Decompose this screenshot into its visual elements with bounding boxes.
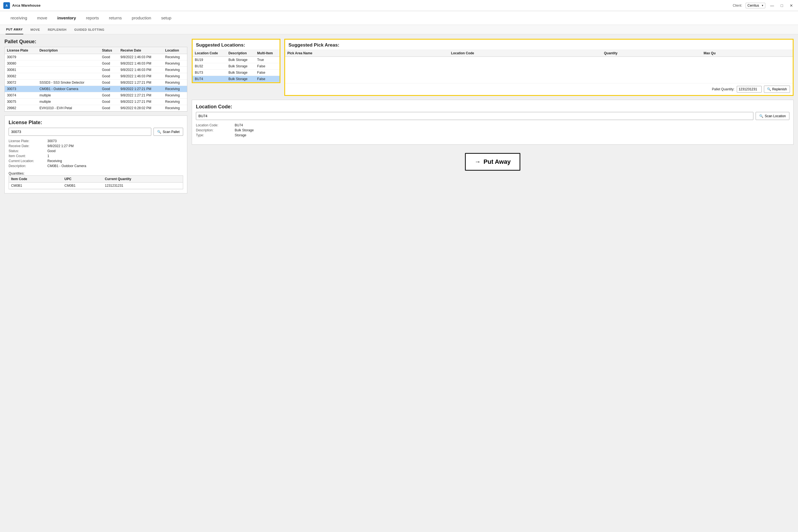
client-select-wrapper[interactable]: Cerritus Other — [746, 3, 765, 8]
table-cell: Good — [100, 86, 118, 92]
lp-detail-status-label: Status: — [8, 149, 48, 153]
table-cell: CM0B1 — [9, 183, 62, 189]
subnav-replenish[interactable]: REPLENISH — [47, 25, 67, 34]
table-cell — [37, 54, 100, 60]
license-plate-title: License Plate: — [8, 120, 183, 126]
location-code-details: Location Code: BU74 Description: Bulk St… — [196, 123, 790, 137]
pallet-qty-input[interactable] — [737, 86, 762, 93]
titlebar: A Arca Warehouse Client: Cerritus Other … — [0, 0, 798, 11]
nav-setup[interactable]: setup — [156, 11, 176, 25]
table-cell: 30081 — [5, 67, 37, 73]
sloc-col-desc: Description — [226, 50, 255, 57]
loc-detail-type-value: Storage — [235, 133, 790, 137]
quantities-header-row: Item Code UPC Current Quantity — [9, 176, 183, 183]
subnav-put-away[interactable]: PUT AWAY — [5, 25, 23, 34]
table-cell: Good — [100, 99, 118, 105]
nav-reports[interactable]: reports — [81, 11, 104, 25]
app-title: Arca Warehouse — [12, 3, 40, 7]
table-row[interactable]: 30082Good9/8/2022 1:46:03 PMReceiving — [5, 73, 187, 79]
quantities-section: Quantities: Item Code UPC Current Quanti… — [8, 171, 183, 189]
put-away-arrow: → — [475, 158, 481, 166]
scan-pallet-button[interactable]: 🔍 Scan Pallet — [153, 128, 183, 136]
maximize-button[interactable]: □ — [779, 3, 785, 8]
spa-col-maxqty: Max Qu — [701, 50, 793, 57]
table-row[interactable]: 29982EVH1010 - EVH PetalGood9/6/2022 6:2… — [5, 105, 187, 111]
quantities-scroll[interactable]: Item Code UPC Current Quantity CM0B1CM0B… — [9, 176, 183, 189]
lp-detail-status-value: Good — [48, 149, 183, 153]
suggested-pick-areas-title: Suggested Pick Areas: — [285, 40, 793, 50]
table-cell: CM0B1 - Outdoor Camera — [37, 86, 100, 92]
spa-col-qty: Quantity — [602, 50, 701, 57]
list-item[interactable]: BU19Bulk StorageTrue — [193, 57, 280, 63]
list-item[interactable]: BU73Bulk StorageFalse — [193, 70, 280, 76]
right-top: Suggested Locations: Location Code Descr… — [192, 39, 794, 96]
subnav-guided-slotting[interactable]: GUIDED SLOTTING — [74, 25, 105, 34]
table-cell: Good — [100, 54, 118, 60]
close-button[interactable]: ✕ — [788, 3, 795, 8]
table-row[interactable]: 30081Good9/8/2022 1:46:03 PMReceiving — [5, 67, 187, 73]
put-away-label: Put Away — [483, 158, 511, 166]
license-plate-input[interactable] — [8, 128, 151, 136]
suggested-locations-title: Suggested Locations: — [193, 40, 280, 50]
table-row[interactable]: 30080Good9/8/2022 1:46:03 PMReceiving — [5, 60, 187, 67]
table-cell: Receiving — [163, 60, 187, 67]
table-cell: EVH1010 - EVH Petal — [37, 105, 100, 111]
table-cell: BU19 — [193, 57, 226, 63]
table-cell: BU32 — [193, 63, 226, 70]
col-license-plate: License Plate — [5, 47, 37, 54]
suggested-pick-areas-scroll[interactable]: Pick Area Name Location Code Quantity Ma… — [285, 50, 793, 83]
list-item[interactable]: BU32Bulk StorageFalse — [193, 63, 280, 70]
loc-detail-desc-value: Bulk Storage — [235, 128, 790, 132]
titlebar-right: Client: Cerritus Other — □ ✕ — [733, 3, 795, 8]
table-row[interactable]: 30073CM0B1 - Outdoor CameraGood9/8/2022 … — [5, 86, 187, 92]
suggested-locations-scroll[interactable]: Location Code Description Multi-Item BU1… — [193, 50, 280, 82]
sloc-col-multi: Multi-Item — [255, 50, 280, 57]
loc-detail-desc-label: Description: — [196, 128, 235, 132]
license-plate-input-row: 🔍 Scan Pallet — [8, 128, 183, 136]
client-select[interactable]: Cerritus Other — [746, 3, 765, 8]
pallet-queue-tbody: 30079Good9/8/2022 1:46:03 PMReceiving300… — [5, 54, 187, 111]
subnav: PUT AWAY MOVE REPLENISH GUIDED SLOTTING — [0, 25, 798, 34]
put-away-button[interactable]: → Put Away — [465, 153, 520, 171]
table-cell: 30072 — [5, 79, 37, 86]
search-icon: 🔍 — [157, 130, 161, 134]
titlebar-left: A Arca Warehouse — [3, 2, 40, 9]
spa-col-code: Location Code — [449, 50, 602, 57]
nav-receiving[interactable]: receiving — [5, 11, 32, 25]
pallet-queue-title: Pallet Queue: — [4, 39, 187, 44]
lp-detail-desc-label: Description: — [8, 164, 48, 168]
table-cell: multiple — [37, 92, 100, 99]
qty-col-upc: UPC — [62, 176, 103, 183]
quantities-label: Quantities: — [8, 172, 24, 175]
left-panel: Pallet Queue: License Plate Description … — [4, 39, 187, 528]
location-code-title: Location Code: — [196, 104, 790, 110]
table-row[interactable]: 30075multipleGood9/8/2022 1:27:21 PMRece… — [5, 99, 187, 105]
table-row[interactable]: 30074multipleGood9/8/2022 1:27:21 PMRece… — [5, 92, 187, 99]
nav-returns[interactable]: returns — [104, 11, 127, 25]
table-cell: SSSD3 - SS3 Smoke Detector — [37, 79, 100, 86]
table-cell: 30074 — [5, 92, 37, 99]
nav-move[interactable]: move — [32, 11, 52, 25]
pallet-queue-section: Pallet Queue: License Plate Description … — [4, 39, 187, 112]
loc-detail-code-label: Location Code: — [196, 123, 235, 127]
scan-location-button[interactable]: 🔍 Scan Location — [756, 112, 790, 120]
suggested-locations-box: Suggested Locations: Location Code Descr… — [192, 39, 280, 83]
table-cell: Good — [100, 79, 118, 86]
replenish-btn-label: Replenish — [772, 87, 787, 91]
list-item[interactable]: BU74Bulk StorageFalse — [193, 76, 280, 82]
nav-inventory[interactable]: inventory — [52, 11, 81, 25]
table-row[interactable]: 30079Good9/8/2022 1:46:03 PMReceiving — [5, 54, 187, 60]
table-row[interactable]: 30072SSSD3 - SS3 Smoke DetectorGood9/8/2… — [5, 79, 187, 86]
table-row[interactable]: CM0B1CM0B11231231231 — [9, 183, 183, 189]
minimize-button[interactable]: — — [768, 3, 776, 8]
pallet-queue-scroll[interactable]: License Plate Description Status Receive… — [5, 47, 187, 111]
right-panel: Suggested Locations: Location Code Descr… — [192, 39, 794, 528]
col-description: Description — [37, 47, 100, 54]
col-status: Status — [100, 47, 118, 54]
nav-production[interactable]: production — [127, 11, 156, 25]
subnav-move[interactable]: MOVE — [30, 25, 40, 34]
location-code-input[interactable] — [196, 112, 754, 120]
table-cell: 9/6/2022 6:28:02 PM — [118, 105, 163, 111]
replenish-button[interactable]: 🔍 Replenish — [764, 86, 790, 93]
lp-detail-rd-label: Receive Date: — [8, 144, 48, 148]
